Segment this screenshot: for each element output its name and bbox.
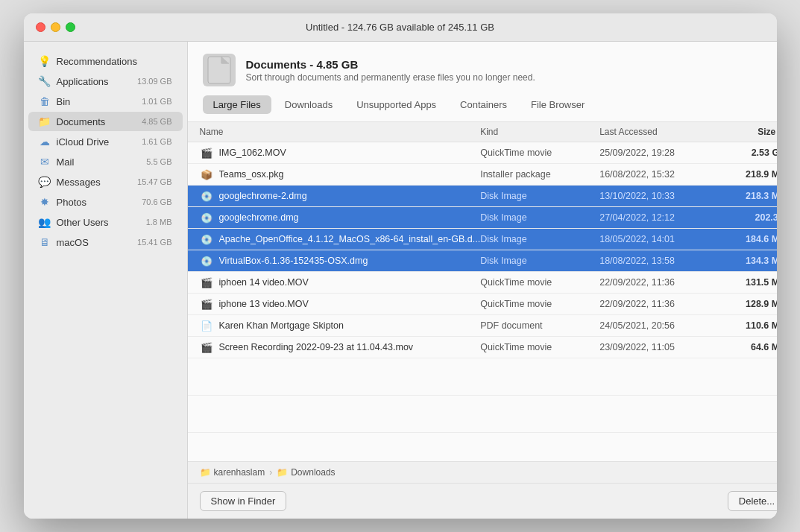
tab-large-files[interactable]: Large Files — [203, 95, 271, 114]
section-title: Documents - 4.85 GB — [246, 58, 535, 71]
file-kind: Disk Image — [480, 256, 599, 266]
tab-unsupported-apps[interactable]: Unsupported Apps — [346, 95, 447, 114]
file-size: 218.3 MB — [719, 191, 776, 201]
sidebar-item-other-users[interactable]: 👥 Other Users 1.8 MB — [28, 212, 183, 232]
file-accessed: 18/05/2022, 14:01 — [599, 234, 719, 244]
table-row[interactable]: 📄 Karen Khan Mortgage Skipton PDF docume… — [188, 315, 777, 337]
sidebar-item-messages[interactable]: 💬 Messages 15.47 GB — [28, 172, 183, 191]
file-size: 110.6 MB — [719, 320, 776, 331]
breadcrumb-item-1: 📁Downloads — [277, 467, 335, 478]
folder-icon: 📁 — [277, 467, 288, 478]
tab-downloads[interactable]: Downloads — [274, 95, 343, 114]
file-icon: 💿 — [200, 232, 213, 246]
file-kind: Installer package — [480, 169, 599, 180]
breadcrumb-item-0: 📁karenhaslam — [200, 467, 265, 478]
file-accessed: 18/08/2022, 13:58 — [599, 256, 719, 266]
sidebar-item-mail[interactable]: ✉ Mail 5.5 GB — [28, 152, 183, 171]
file-name: Screen Recording 2022-09-23 at 11.04.43.… — [219, 342, 481, 352]
sidebar-icon-recommendations: 💡 — [39, 55, 51, 67]
file-kind: QuickTime movie — [480, 148, 599, 158]
sidebar-item-documents[interactable]: 📁 Documents 4.85 GB — [28, 112, 183, 131]
file-name: iphoen 14 video.MOV — [219, 277, 481, 288]
table-row[interactable]: 💿 googlechrome-2.dmg Disk Image 13/10/20… — [188, 186, 777, 207]
main-panel: Documents - 4.85 GB Sort through documen… — [188, 42, 777, 519]
tab-file-browser[interactable]: File Browser — [520, 95, 595, 114]
file-kind: PDF document — [480, 320, 599, 331]
table-row[interactable]: 📦 Teams_osx.pkg Installer package 16/08/… — [188, 164, 777, 186]
file-kind: Disk Image — [480, 191, 599, 201]
sidebar-icon-other-users: 👥 — [39, 216, 51, 228]
delete-button[interactable]: Delete... — [728, 491, 777, 511]
file-icon: 🎬 — [200, 341, 213, 354]
table-row[interactable]: 💿 VirtualBox-6.1.36-152435-OSX.dmg Disk … — [188, 250, 777, 272]
file-name: Apache_OpenOffice_4.1.12_MacOS_x86-64_in… — [219, 234, 481, 244]
col-header-kind: Kind — [480, 127, 599, 137]
file-size: 202.3... — [719, 212, 776, 223]
table-row[interactable]: 💿 Apache_OpenOffice_4.1.12_MacOS_x86-64_… — [188, 229, 777, 250]
file-name: Teams_osx.pkg — [219, 169, 481, 180]
table-row[interactable]: 🎬 IMG_1062.MOV QuickTime movie 25/09/202… — [188, 142, 777, 164]
sidebar-icon-mail: ✉ — [39, 156, 51, 168]
minimize-button[interactable] — [51, 22, 60, 32]
file-icon: 🎬 — [200, 276, 213, 289]
table-row[interactable]: 🎬 Screen Recording 2022-09-23 at 11.04.4… — [188, 337, 777, 358]
sidebar-icon-applications: 🔧 — [39, 75, 51, 87]
table-row[interactable]: 🎬 iphoen 14 video.MOV QuickTime movie 22… — [188, 272, 777, 294]
file-accessed: 22/09/2022, 11:36 — [599, 277, 719, 288]
tab-containers[interactable]: Containers — [450, 95, 517, 114]
sidebar-label-messages: Messages — [57, 177, 138, 188]
sidebar-label-macos: macOS — [57, 237, 138, 248]
sidebar-size-other-users: 1.8 MB — [146, 218, 172, 227]
file-kind: QuickTime movie — [480, 277, 599, 288]
sidebar-item-recommendations[interactable]: 💡 Recommendations — [28, 51, 183, 71]
maximize-button[interactable] — [66, 22, 75, 32]
file-size: 218.9 MB — [719, 169, 776, 180]
sidebar-item-icloud[interactable]: ☁ iCloud Drive 1.61 GB — [28, 132, 183, 151]
sidebar-item-applications[interactable]: 🔧 Applications 13.09 GB — [28, 72, 183, 91]
file-size: 134.3 MB — [719, 256, 776, 266]
show-in-finder-button[interactable]: Show in Finder — [200, 491, 287, 511]
file-icon: 💿 — [200, 254, 213, 267]
traffic-lights — [36, 22, 75, 32]
sidebar-label-photos: Photos — [57, 197, 142, 208]
sidebar-label-applications: Applications — [57, 76, 138, 87]
file-accessed: 22/09/2022, 11:36 — [599, 299, 719, 309]
file-name: Karen Khan Mortgage Skipton — [219, 320, 481, 331]
titlebar: Untitled - 124.76 GB available of 245.11… — [24, 13, 777, 42]
col-header-name: Name — [200, 127, 481, 137]
file-icon: 📦 — [200, 168, 213, 181]
main-header: Documents - 4.85 GB Sort through documen… — [188, 42, 777, 122]
col-header-size[interactable]: Size ▼ — [719, 127, 776, 137]
section-icon — [203, 54, 236, 86]
table-rows: 🎬 IMG_1062.MOV QuickTime movie 25/09/202… — [188, 142, 777, 358]
sidebar-item-macos[interactable]: 🖥 macOS 15.41 GB — [28, 232, 183, 252]
section-subtitle: Sort through documents and permanently e… — [246, 72, 535, 83]
file-accessed: 25/09/2022, 19:28 — [599, 148, 719, 158]
sidebar-icon-documents: 📁 — [39, 115, 51, 127]
sidebar-item-photos[interactable]: ✸ Photos 70.6 GB — [28, 192, 183, 212]
file-accessed: 27/04/2022, 12:12 — [599, 212, 719, 223]
sidebar-icon-icloud: ☁ — [39, 136, 51, 148]
folder-icon: 📁 — [200, 467, 211, 478]
sidebar-size-macos: 15.41 GB — [137, 238, 171, 247]
file-kind: Disk Image — [480, 212, 599, 223]
table-row[interactable]: 🎬 iphone 13 video.MOV QuickTime movie 22… — [188, 294, 777, 315]
window-title: Untitled - 124.76 GB available of 245.11… — [306, 22, 494, 33]
footer-actions: Show in Finder Delete... — [188, 484, 777, 519]
sidebar-label-bin: Bin — [57, 96, 142, 107]
section-text: Documents - 4.85 GB Sort through documen… — [246, 58, 535, 83]
file-size: 131.5 MB — [719, 277, 776, 288]
file-icon: 📄 — [200, 319, 213, 332]
file-accessed: 23/09/2022, 11:05 — [599, 342, 719, 352]
sidebar-size-documents: 4.85 GB — [142, 117, 171, 126]
sidebar-label-other-users: Other Users — [57, 217, 146, 228]
file-icon: 🎬 — [200, 297, 213, 311]
empty-row-2 — [188, 396, 777, 433]
close-button[interactable] — [36, 22, 45, 32]
sidebar-label-documents: Documents — [57, 116, 142, 127]
breadcrumb-label[interactable]: Downloads — [291, 467, 335, 478]
breadcrumb-label[interactable]: karenhaslam — [214, 467, 265, 478]
sidebar-item-bin[interactable]: 🗑 Bin 1.01 GB — [28, 92, 183, 111]
sidebar-icon-messages: 💬 — [39, 176, 51, 188]
table-row[interactable]: 💿 googlechrome.dmg Disk Image 27/04/2022… — [188, 207, 777, 229]
